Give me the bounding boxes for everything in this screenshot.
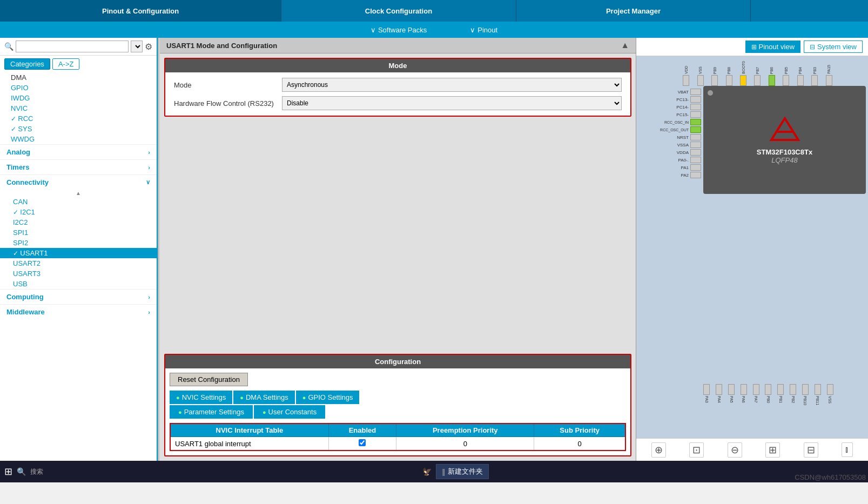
mode-header: Mode [165, 59, 630, 72]
collapse-icon[interactable]: ▲ [621, 41, 629, 50]
sidebar-item-wwdg[interactable]: WWDG [0, 134, 157, 144]
chip-area: I2C1_SDA I2C1_SCL VDD VSS PB9 [636, 56, 868, 438]
pin-pb8: PB8 [722, 67, 735, 86]
reset-config-button[interactable]: Reset Configuration [170, 373, 248, 386]
tab-dma-settings[interactable]: ● DMA Settings [233, 391, 294, 404]
col-enabled: Enabled [328, 424, 396, 437]
pin-pa0: PA0-. [678, 157, 701, 163]
pin-pa1: PA1 [681, 164, 701, 171]
software-packs-nav[interactable]: ∨ Software Packs [371, 26, 427, 34]
pin-pb4: PB4 [794, 67, 807, 86]
sidebar-item-usart1[interactable]: ✓ USART1 [0, 248, 157, 258]
pin-pb0: PB0 [763, 384, 774, 403]
list-icon: ⊟ [810, 43, 815, 51]
pin-pa7: PA7 [750, 384, 762, 403]
sidebar-item-usart2[interactable]: USART2 [0, 258, 157, 268]
pin-pb9: PB9 [708, 67, 721, 86]
pin-vss-top: VSS [694, 66, 706, 86]
export-icon[interactable]: ⊞ [765, 442, 780, 458]
fit-icon[interactable]: ⊡ [689, 442, 704, 458]
pin-pb6: PB6 [765, 67, 778, 86]
main-title: USART1 Mode and Configuration ▲ [160, 38, 636, 53]
mode-select[interactable]: Asynchronous [282, 78, 622, 92]
tab-parameter-settings[interactable]: ● Parameter Settings [170, 405, 253, 419]
system-view-btn[interactable]: ⊟ System view [804, 41, 863, 53]
pinout-nav[interactable]: ∨ Pinout [470, 26, 497, 34]
layout-icon[interactable]: ⊟ [804, 442, 818, 458]
pin-pb3: PB3 [808, 67, 821, 86]
split-icon[interactable]: ⫾ [842, 442, 853, 457]
pin-vss-bot: VSS [824, 384, 836, 404]
main-content: USART1 Mode and Configuration ▲ Mode Mod… [160, 38, 636, 461]
pin-pb5: PB5 [779, 67, 792, 86]
section-connectivity[interactable]: Connectivity ∨ [0, 174, 157, 190]
sidebar-item-nvic[interactable]: NVIC [0, 103, 157, 113]
sidebar-item-rcc[interactable]: ✓ RCC [0, 113, 157, 124]
sidebar-item-can[interactable]: CAN [0, 197, 157, 207]
pin-pa3: PA3 [701, 384, 712, 403]
interrupt-enabled[interactable] [328, 437, 396, 451]
pin-pa15: PA15 [823, 65, 836, 86]
tab-extra[interactable] [751, 0, 868, 22]
pin-vdd: VDD [679, 66, 692, 86]
sidebar-item-usart3[interactable]: USART3 [0, 268, 157, 279]
chip-toolbar: ⊕ ⊡ ⊖ ⊞ ⊟ ⫾ [636, 438, 868, 461]
table-row: USART1 global interrupt 0 0 [170, 437, 625, 451]
chip-body: STM32F103C8Tx LQFP48 [703, 86, 866, 194]
pin-pb7: PB7 [751, 67, 764, 86]
tab-gpio-settings[interactable]: ● GPIO Settings [296, 391, 360, 404]
tab-user-constants[interactable]: ● User Constants [254, 405, 325, 419]
sidebar-item-spi2[interactable]: SPI2 [0, 238, 157, 248]
windows-icon[interactable]: ⊞ [4, 466, 12, 478]
taskbar: ⊞ 🔍 搜索 🦅 ‖ 新建文件夹 CSDN@wh617053508 [0, 461, 868, 482]
tab-pinout-config[interactable]: Pinout & Configuration [0, 0, 281, 22]
sidebar-item-i2c1[interactable]: ✓ I2C1 [0, 207, 157, 217]
tab-project-manager[interactable]: Project Manager [516, 0, 751, 22]
sidebar: 🔍 ⚙ Categories A->Z DMA GPIO [0, 38, 158, 461]
pinout-view-btn[interactable]: ⊞ Pinout view [745, 41, 800, 53]
tab-clock-config[interactable]: Clock Configuration [281, 0, 516, 22]
zoom-in-icon[interactable]: ⊕ [651, 442, 666, 458]
pin-vssa: VSSA [677, 142, 701, 148]
interrupt-sub: 0 [534, 437, 625, 451]
taskbar-folder-item[interactable]: ‖ 新建文件夹 [436, 464, 489, 479]
pin-pa6: PA6 [738, 384, 749, 403]
grid-icon: ⊞ [751, 43, 757, 51]
pin-pc14: PC14- [676, 104, 701, 110]
taskbar-app-icon[interactable]: 🦅 [422, 467, 432, 476]
pin-boot0: BOOT0 [737, 61, 750, 86]
section-computing[interactable]: Computing › [0, 289, 157, 304]
config-section: Configuration Reset Configuration ● NVIC… [164, 354, 631, 456]
pin-pb2: PB2 [788, 384, 799, 403]
search-taskbar-icon[interactable]: 🔍 [17, 467, 26, 476]
mode-label: Mode [174, 81, 282, 89]
pin-pa4: PA4 [714, 384, 725, 403]
sidebar-item-iwdg[interactable]: IWDG [0, 93, 157, 103]
tab-categories[interactable]: Categories [4, 58, 50, 70]
col-sub-priority: Sub Priority [534, 424, 625, 437]
sidebar-item-gpio[interactable]: GPIO [0, 83, 157, 93]
sidebar-item-usb[interactable]: USB [0, 279, 157, 289]
hw-flow-label: Hardware Flow Control (RS232) [174, 99, 282, 107]
search-input[interactable] [16, 41, 129, 52]
pin-nrst: NRST [677, 134, 701, 140]
taskbar-search-label[interactable]: 搜索 [30, 467, 43, 476]
sidebar-item-sys[interactable]: ✓ SYS [0, 124, 157, 134]
gear-icon[interactable]: ⚙ [145, 42, 152, 52]
search-dropdown[interactable] [131, 41, 143, 52]
pin-vdda: VDDA [677, 149, 701, 156]
col-preemption: Preemption Priority [396, 424, 534, 437]
pin-pc15: PC15- [676, 111, 701, 118]
section-middleware[interactable]: Middleware › [0, 304, 157, 319]
sidebar-item-spi1[interactable]: SPI1 [0, 227, 157, 238]
hw-flow-select[interactable]: Disable [282, 96, 622, 110]
mode-box: Mode Mode Asynchronous Hardware Flow Con… [164, 58, 631, 117]
chip-package: LQFP48 [771, 156, 797, 164]
section-analog[interactable]: Analog › [0, 144, 157, 159]
sidebar-item-i2c2[interactable]: I2C2 [0, 217, 157, 227]
sidebar-item-dma[interactable]: DMA [0, 72, 157, 83]
section-timers[interactable]: Timers › [0, 159, 157, 174]
tab-az[interactable]: A->Z [52, 58, 80, 70]
zoom-out-icon[interactable]: ⊖ [728, 442, 742, 458]
tab-nvic-settings[interactable]: ● NVIC Settings [170, 391, 232, 404]
